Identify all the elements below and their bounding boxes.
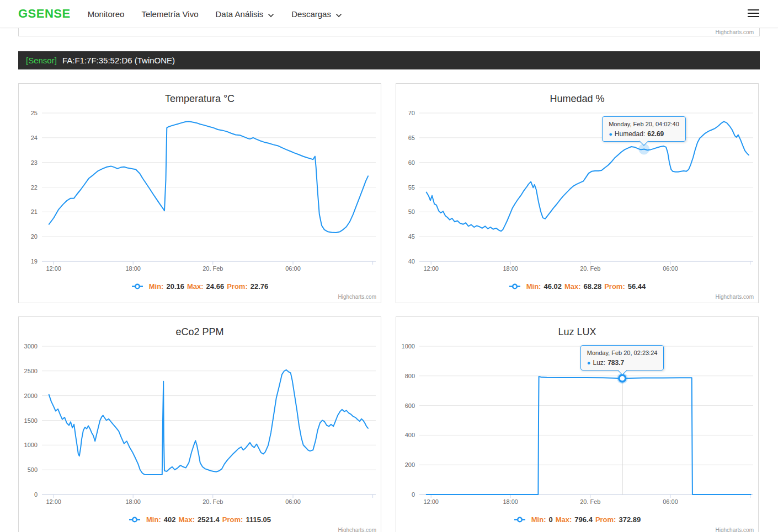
top-navigation-bar: GSENSE Monitoreo Telemetría Vivo Data An… bbox=[0, 0, 778, 28]
series-dot-icon: ● bbox=[587, 359, 591, 366]
tooltip-timestamp: Monday, Feb 20, 02:23:24 bbox=[587, 350, 658, 356]
x-axis-label: 20. Feb bbox=[580, 498, 600, 505]
main-nav: Monitoreo Telemetría Vivo Data Análisis … bbox=[88, 9, 342, 19]
legend-max-label: Max: bbox=[556, 515, 572, 524]
chevron-down-icon bbox=[335, 10, 342, 19]
previous-chart-partial: Highcharts.com bbox=[18, 28, 760, 36]
y-axis-label: 0 bbox=[412, 491, 415, 498]
y-axis-label: 500 bbox=[28, 466, 38, 473]
highcharts-credits[interactable]: Highcharts.com bbox=[716, 294, 754, 300]
series-line[interactable] bbox=[49, 370, 368, 475]
x-axis-label: 06:00 bbox=[663, 265, 678, 272]
x-axis-label: 12:00 bbox=[46, 498, 61, 505]
y-axis-label: 600 bbox=[405, 402, 415, 409]
legend-prom-label: Prom: bbox=[222, 515, 243, 524]
chart-legend[interactable]: Min: 0 Max: 796.4 Prom: 372.89 bbox=[396, 515, 758, 524]
chart-plot-area: 1920212223242512:0018:0020. Feb06:00 bbox=[19, 84, 382, 304]
chart-tooltip: Monday, Feb 20, 02:23:24 ● Luz: 783.7 bbox=[580, 345, 664, 370]
y-axis-label: 25 bbox=[31, 110, 38, 116]
x-axis-label: 18:00 bbox=[503, 265, 518, 272]
legend-min-label: Min: bbox=[149, 282, 164, 291]
legend-min-label: Min: bbox=[146, 515, 161, 524]
tooltip-series-label: Humedad: bbox=[615, 130, 645, 138]
chart-legend[interactable]: Min: 20.16 Max: 24.66 Prom: 22.76 bbox=[19, 282, 381, 291]
chart-tooltip: Monday, Feb 20, 04:02:40 ● Humedad: 62.6… bbox=[602, 116, 686, 142]
nav-item-monitoreo[interactable]: Monitoreo bbox=[88, 9, 125, 19]
gsense-logo[interactable]: GSENSE bbox=[18, 7, 71, 21]
y-axis-label: 65 bbox=[408, 135, 415, 141]
legend-min-value: 0 bbox=[548, 515, 552, 524]
legend-max-value: 68.28 bbox=[584, 282, 602, 291]
hamburger-bar bbox=[748, 16, 759, 17]
y-axis-label: 3000 bbox=[24, 343, 38, 350]
nav-label: Descargas bbox=[291, 9, 331, 19]
legend-min-label: Min: bbox=[526, 282, 541, 291]
highcharts-credits[interactable]: Highcharts.com bbox=[338, 527, 376, 532]
y-axis-label: 24 bbox=[31, 135, 38, 141]
chart-legend[interactable]: Min: 402 Max: 2521.4 Prom: 1115.05 bbox=[19, 515, 381, 524]
y-axis-label: 20 bbox=[31, 233, 38, 240]
tooltip-timestamp: Monday, Feb 20, 04:02:40 bbox=[609, 121, 679, 127]
series-line[interactable] bbox=[49, 121, 368, 233]
legend-min-value: 402 bbox=[164, 515, 176, 524]
chart-legend[interactable]: Min: 46.02 Max: 68.28 Prom: 56.44 bbox=[396, 282, 758, 291]
chart-card-humedad: Humedad % 4045505560657012:0018:0020. Fe… bbox=[396, 83, 759, 303]
highcharts-credits[interactable]: Highcharts.com bbox=[716, 527, 754, 532]
x-axis-label: 18:00 bbox=[125, 498, 141, 505]
highcharts-credits[interactable]: Highcharts.com bbox=[716, 29, 754, 35]
series-dot-icon: ● bbox=[609, 131, 612, 137]
series-line[interactable] bbox=[427, 377, 751, 495]
series-marker-icon bbox=[131, 283, 143, 290]
hamburger-bar bbox=[748, 9, 759, 10]
series-marker-icon bbox=[514, 516, 526, 523]
legend-max-label: Max: bbox=[187, 282, 204, 291]
legend-prom-value: 56.44 bbox=[628, 282, 646, 291]
x-axis-label: 20. Feb bbox=[203, 265, 223, 272]
chart-plot-area: 4045505560657012:0018:0020. Feb06:00 bbox=[396, 84, 759, 304]
hover-marker[interactable] bbox=[619, 375, 626, 381]
y-axis-label: 2000 bbox=[24, 393, 38, 399]
y-axis-label: 1500 bbox=[24, 417, 38, 424]
legend-min-label: Min: bbox=[531, 515, 546, 524]
nav-item-data-analisis[interactable]: Data Análisis bbox=[216, 9, 275, 19]
x-axis-label: 20. Feb bbox=[203, 498, 223, 505]
x-axis-label: 12:00 bbox=[423, 265, 439, 272]
chart-card-luz: Luz LUX 0200400600800100012:0018:0020. F… bbox=[396, 316, 759, 532]
nav-label: Telemetría Vivo bbox=[141, 9, 198, 19]
y-axis-label: 45 bbox=[408, 233, 415, 240]
x-axis-label: 06:00 bbox=[285, 265, 301, 272]
legend-prom-value: 1115.05 bbox=[246, 515, 271, 524]
sensor-header-bar: [Sensor] FA:F1:7F:35:52:D6 (TwinONE) bbox=[18, 51, 760, 69]
y-axis-label: 400 bbox=[405, 432, 415, 438]
chart-plot-area: 0200400600800100012:0018:0020. Feb06:00 bbox=[396, 317, 759, 532]
y-axis-label: 200 bbox=[405, 461, 415, 468]
y-axis-label: 0 bbox=[34, 491, 38, 498]
series-marker-icon bbox=[129, 516, 141, 523]
x-axis-label: 06:00 bbox=[285, 498, 301, 505]
sensor-tag-label: [Sensor] bbox=[26, 56, 57, 65]
chevron-down-icon bbox=[268, 10, 274, 19]
y-axis-label: 19 bbox=[31, 258, 38, 265]
chart-plot-area: 05001000150020002500300012:0018:0020. Fe… bbox=[19, 317, 382, 532]
legend-max-value: 796.4 bbox=[574, 515, 593, 524]
tooltip-series-label: Luz: bbox=[593, 359, 605, 367]
y-axis-label: 800 bbox=[405, 373, 415, 379]
nav-label: Data Análisis bbox=[216, 9, 264, 19]
nav-label: Monitoreo bbox=[88, 9, 125, 19]
legend-prom-label: Prom: bbox=[604, 282, 625, 291]
y-axis-label: 1000 bbox=[402, 343, 415, 350]
nav-item-descargas[interactable]: Descargas bbox=[291, 9, 342, 19]
legend-max-value: 24.66 bbox=[206, 282, 225, 291]
nav-item-telemetria-vivo[interactable]: Telemetría Vivo bbox=[141, 9, 198, 19]
y-axis-label: 55 bbox=[408, 184, 415, 191]
hamburger-menu-icon[interactable] bbox=[748, 9, 759, 17]
highcharts-credits[interactable]: Highcharts.com bbox=[338, 294, 376, 300]
legend-prom-label: Prom: bbox=[227, 282, 248, 291]
y-axis-label: 70 bbox=[408, 110, 415, 116]
legend-max-value: 2521.4 bbox=[198, 515, 220, 524]
y-axis-label: 21 bbox=[31, 208, 38, 215]
x-axis-label: 12:00 bbox=[423, 498, 439, 505]
x-axis-label: 12:00 bbox=[46, 265, 61, 272]
legend-prom-label: Prom: bbox=[595, 515, 616, 524]
y-axis-label: 23 bbox=[31, 159, 38, 166]
